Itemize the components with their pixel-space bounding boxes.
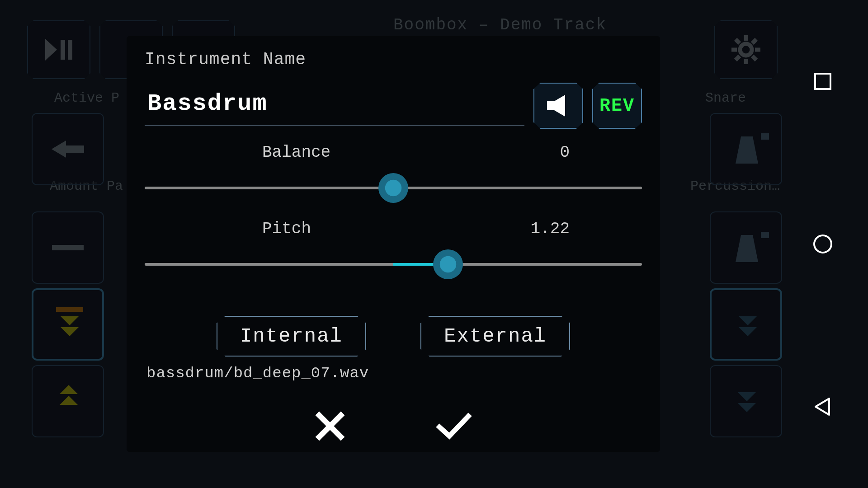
source-external-button[interactable]: External — [420, 316, 570, 357]
svg-marker-27 — [738, 403, 756, 412]
svg-marker-22 — [736, 235, 758, 262]
svg-marker-26 — [738, 392, 756, 401]
speaker-icon — [545, 94, 571, 117]
pitch-label: Pitch — [262, 220, 311, 238]
svg-rect-1 — [61, 40, 65, 60]
bg-pad-1[interactable] — [710, 288, 782, 361]
bg-instrument-snare[interactable] — [710, 113, 782, 185]
svg-rect-21 — [761, 133, 769, 140]
close-icon — [315, 411, 345, 441]
play-pause-button[interactable] — [27, 20, 90, 79]
bg-label-active: Active P — [54, 90, 119, 106]
settings-button[interactable] — [714, 20, 778, 79]
reverse-button[interactable]: REV — [592, 83, 642, 129]
pitch-slider[interactable] — [145, 251, 642, 278]
bg-minus-button[interactable] — [32, 211, 104, 284]
bg-pad-left-2[interactable] — [32, 365, 104, 437]
svg-marker-24 — [739, 316, 757, 325]
preview-sound-button[interactable] — [533, 83, 583, 129]
balance-label: Balance — [262, 143, 330, 162]
svg-rect-14 — [52, 245, 84, 250]
svg-marker-25 — [739, 327, 757, 336]
confirm-button[interactable] — [431, 406, 476, 448]
svg-rect-23 — [761, 232, 769, 238]
pitch-slider-thumb[interactable] — [433, 249, 463, 279]
bg-instrument-percussion[interactable] — [710, 211, 782, 284]
home-button[interactable] — [811, 233, 834, 255]
svg-marker-16 — [61, 316, 79, 325]
bg-prev-button[interactable] — [32, 113, 104, 185]
check-icon — [436, 411, 472, 441]
sample-file-path: bassdrum/bd_deep_07.wav — [146, 365, 642, 382]
svg-marker-20 — [736, 136, 758, 164]
svg-marker-13 — [52, 141, 84, 158]
svg-rect-28 — [815, 74, 830, 89]
svg-line-12 — [736, 56, 740, 60]
balance-value: 0 — [560, 143, 570, 162]
bg-pad-2[interactable] — [710, 365, 782, 437]
svg-rect-2 — [68, 40, 72, 60]
svg-line-9 — [736, 39, 740, 43]
svg-marker-19 — [60, 396, 78, 405]
gear-icon — [730, 34, 762, 66]
pitch-slider-block: Pitch 1.22 — [145, 220, 642, 278]
modal-title: Instrument Name — [145, 50, 642, 69]
bg-pad-left-1[interactable] — [32, 288, 104, 361]
instrument-name-input[interactable] — [145, 86, 524, 126]
source-internal-button[interactable]: Internal — [217, 316, 366, 357]
svg-marker-30 — [816, 399, 829, 415]
svg-marker-17 — [61, 327, 79, 336]
svg-marker-31 — [547, 95, 565, 117]
instrument-edit-modal: Instrument Name REV Balance 0 Pitch 1.22 — [127, 36, 660, 452]
svg-rect-15 — [56, 307, 83, 312]
svg-line-11 — [752, 39, 756, 43]
svg-marker-18 — [60, 385, 78, 394]
system-nav — [796, 0, 850, 488]
bg-label-snare: Snare — [705, 90, 746, 106]
svg-marker-0 — [45, 39, 57, 61]
svg-line-10 — [752, 56, 756, 60]
balance-slider-block: Balance 0 — [145, 143, 642, 202]
svg-point-29 — [814, 235, 831, 253]
reverse-label: REV — [599, 96, 635, 116]
pitch-value: 1.22 — [531, 220, 570, 238]
balance-slider-thumb[interactable] — [378, 173, 408, 203]
back-button[interactable] — [811, 395, 834, 418]
recent-apps-button[interactable] — [811, 70, 834, 93]
balance-slider[interactable] — [145, 174, 642, 202]
svg-point-4 — [740, 44, 752, 56]
cancel-button[interactable] — [310, 406, 350, 448]
